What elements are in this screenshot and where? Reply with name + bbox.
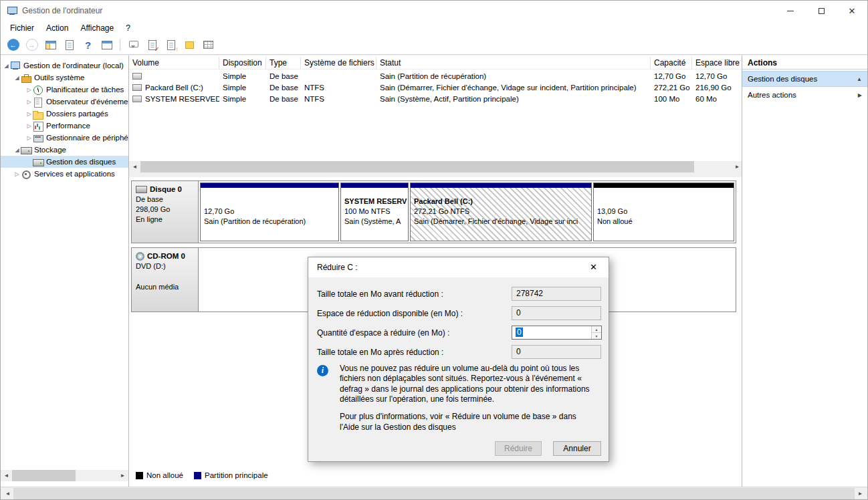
sidebar-item-computer-management[interactable]: ◢ Gestion de l'ordinateur (local) (1, 59, 128, 72)
table-row-packard-bell-c[interactable]: Packard Bell (C:) Simple De base NTFS Sa… (129, 82, 743, 93)
partition-system-reserved[interactable]: SYSTEM RESERV 100 Mo NTFS Sain (Système,… (340, 182, 409, 241)
reduce-button[interactable]: Réduire (495, 441, 542, 456)
scroll-left-button[interactable]: ◄ (2, 488, 13, 499)
export-list-button[interactable] (61, 37, 78, 53)
menu-fichier[interactable]: Fichier (4, 21, 40, 35)
cancel-button[interactable]: Annuler (553, 441, 601, 456)
disk0-partitions: 12,70 Go Sain (Partition de récupération… (199, 181, 736, 243)
expanded-arrow-icon[interactable]: ◢ (13, 75, 21, 81)
cdrom-header[interactable]: CD-ROM 0 DVD (D:) Aucun média (132, 248, 199, 311)
chevron-up-icon[interactable]: ▲ (857, 76, 862, 82)
show-console-tree-button[interactable] (42, 37, 59, 53)
sidebar-item-device-manager[interactable]: ▷ Gestionnaire de périphé (1, 132, 128, 144)
check-volume-button[interactable]: ✓ (144, 37, 160, 53)
shrink-amount-input[interactable]: 0 ▲ ▼ (512, 326, 602, 340)
column-header-type[interactable]: Type (266, 57, 301, 69)
grid-view-icon (203, 41, 213, 49)
action-menu-button[interactable] (125, 37, 142, 53)
shrink-amount-label: Quantité d'espace à réduire (en Mo) : (317, 328, 449, 338)
before-size-field: 278742 (512, 287, 601, 301)
show-action-pane-button[interactable] (98, 37, 115, 53)
help-button[interactable]: ? (80, 37, 96, 53)
scroll-right-button[interactable]: ► (855, 488, 866, 499)
chevron-right-icon[interactable]: ▶ (858, 92, 862, 98)
menu-affichage[interactable]: Affichage (74, 21, 120, 35)
info-icon: i (317, 365, 328, 376)
column-header-capacite[interactable]: Capacité (651, 57, 692, 69)
actions-section-disk-management[interactable]: Gestion des disques ▲ (742, 71, 867, 87)
collapsed-arrow-icon[interactable]: ▷ (25, 111, 33, 117)
extend-volume-button[interactable]: ↑ (162, 37, 179, 53)
collapsed-arrow-icon[interactable]: ▷ (25, 99, 33, 105)
action-pane-icon (102, 41, 112, 49)
spin-down-button[interactable]: ▼ (592, 333, 601, 339)
collapsed-arrow-icon[interactable]: ▷ (25, 123, 33, 129)
partition-unallocated[interactable]: 13,09 Go Non alloué (593, 182, 734, 241)
scroll-left-button[interactable]: ◄ (129, 161, 140, 172)
scrollbar-thumb[interactable] (140, 161, 694, 172)
volume-list-horizontal-scrollbar[interactable]: ◄ ► (129, 161, 743, 172)
disk0-row: Disque 0 De base 298,09 Go En ligne 12,7… (131, 180, 736, 243)
dialog-title: Réduire C : (317, 263, 358, 272)
export-list-icon (66, 40, 74, 50)
column-header-volume[interactable]: Volume (129, 57, 219, 69)
column-header-disposition[interactable]: Disposition (219, 57, 266, 69)
sidebar-item-event-viewer[interactable]: ▷ Observateur d'événemen (1, 96, 128, 108)
scrollbar-thumb[interactable] (12, 470, 76, 481)
shrink-c-dialog: Réduire C : ✕ Taille totale en Mo avant … (308, 257, 609, 462)
view-options-button[interactable] (200, 37, 217, 53)
computer-management-icon (7, 6, 17, 15)
window-title: Gestion de l'ordinateur (22, 6, 102, 15)
back-button[interactable]: ← (5, 37, 21, 53)
partition-c-selected[interactable]: Packard Bell (C:) 272,21 Go NTFS Sain (D… (410, 182, 592, 241)
help-icon: ? (85, 39, 91, 51)
sidebar-item-services-applications[interactable]: ▷ Services et applications (1, 168, 128, 180)
performance-chart-icon (33, 122, 43, 130)
menubar: Fichier Action Affichage ? (1, 21, 867, 35)
table-row-recovery[interactable]: Simple De base Sain (Partition de récupé… (129, 70, 743, 82)
sidebar-item-task-scheduler[interactable]: ▷ Planificateur de tâches (1, 84, 128, 96)
collapsed-arrow-icon[interactable]: ▷ (13, 171, 21, 177)
toolbar: ← → ? ✓ ↑ (1, 35, 867, 55)
scrollbar-thumb[interactable] (13, 488, 855, 499)
maximize-button[interactable] (806, 1, 837, 21)
menu-help[interactable]: ? (120, 21, 136, 35)
favorites-button[interactable] (181, 37, 198, 53)
sidebar-item-performance[interactable]: ▷ Performance (1, 120, 128, 132)
forward-icon: → (26, 39, 38, 51)
spinner: ▲ ▼ (591, 326, 601, 339)
scroll-right-button[interactable]: ► (117, 470, 128, 481)
window-controls: ✕ (775, 1, 867, 21)
help-text: Pour plus d'informations, voir « Réduire… (340, 412, 596, 432)
partition-recovery[interactable]: 12,70 Go Sain (Partition de récupération… (200, 182, 339, 241)
sidebar-item-disk-management[interactable]: Gestion des disques (1, 156, 128, 168)
dialog-close-button[interactable]: ✕ (578, 257, 609, 277)
collapsed-arrow-icon[interactable]: ▷ (25, 135, 33, 141)
table-row-system-reserved[interactable]: SYSTEM RESERVED Simple De base NTFS Sain… (129, 93, 743, 104)
sidebar-item-system-tools[interactable]: ◢ Outils système (1, 72, 128, 84)
up-arrow-icon: ↑ (175, 46, 179, 53)
menu-action[interactable]: Action (40, 21, 74, 35)
column-header-espace-libre[interactable]: Espace libre (692, 57, 743, 69)
window-horizontal-scrollbar[interactable]: ◄ ► (1, 487, 867, 499)
pane-splitter[interactable] (129, 172, 743, 177)
spin-up-button[interactable]: ▲ (592, 326, 601, 333)
tree-horizontal-scrollbar[interactable]: ◄ ► (1, 470, 128, 481)
sidebar-item-storage[interactable]: ◢ Stockage (1, 144, 128, 156)
collapsed-arrow-icon[interactable]: ▷ (25, 87, 33, 93)
expanded-arrow-icon[interactable]: ◢ (13, 147, 21, 153)
primary-partition-legend-label: Partition principale (205, 471, 268, 479)
scroll-left-button[interactable]: ◄ (1, 470, 12, 481)
sidebar-item-shared-folders[interactable]: ▷ Dossiers partagés (1, 108, 128, 120)
close-button[interactable]: ✕ (837, 1, 867, 21)
minimize-button[interactable] (775, 1, 806, 21)
disk0-header[interactable]: Disque 0 De base 298,09 Go En ligne (132, 181, 199, 243)
actions-item-autres-actions[interactable]: Autres actions ▶ (742, 87, 867, 103)
column-header-statut[interactable]: Statut (376, 57, 651, 69)
expanded-arrow-icon[interactable]: ◢ (3, 63, 10, 69)
column-header-filesystem[interactable]: Système de fichiers (301, 57, 376, 69)
minimize-icon (787, 11, 794, 11)
forward-button[interactable]: → (23, 37, 40, 53)
toolbar-separator (120, 39, 120, 51)
disk-icon (136, 186, 147, 193)
